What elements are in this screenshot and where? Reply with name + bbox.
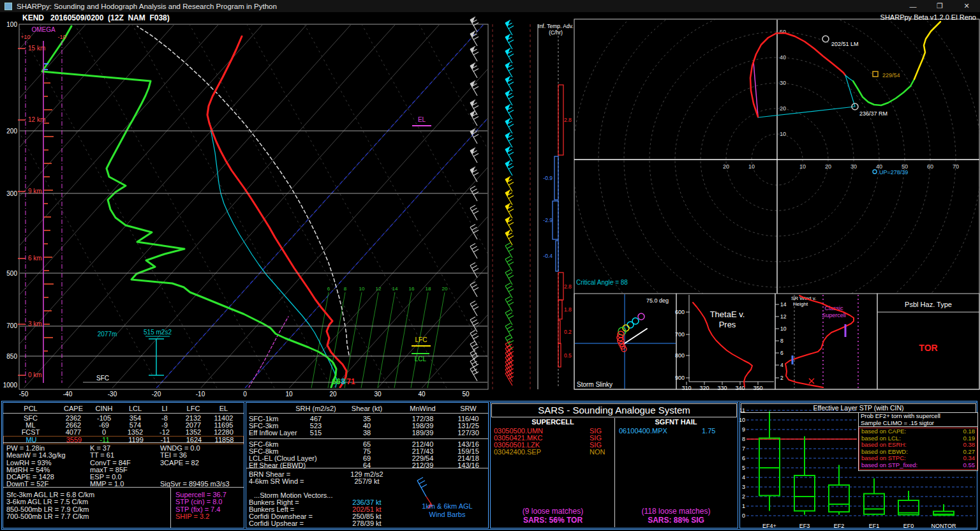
srwind-y-label: 12 [780, 313, 787, 320]
sars-supercell-result: (9 loose matches) SARS: 56% TOR [491, 507, 614, 525]
wind-barb [470, 186, 479, 202]
mixing-ratio-label: 14 [392, 286, 398, 292]
hodo-3-6km-trace [853, 79, 914, 105]
barb-caption-line1: 1km & 6km AGL [406, 502, 489, 511]
thetae-x-label: 310 [681, 385, 691, 391]
wind-barb [470, 341, 479, 357]
srwind-cross [809, 378, 814, 384]
wind-barb [505, 91, 514, 106]
hodograph-ring [752, 134, 803, 185]
prob-label: based on STP_fixed: [861, 462, 949, 469]
km-label: 6 km [28, 255, 42, 262]
temp-axis-label: 50 [462, 391, 470, 398]
temp-axis-label: -40 [63, 391, 73, 398]
minimize-button[interactable]: — [900, 3, 926, 10]
storm-motion-marker[interactable] [822, 36, 829, 42]
wind-barb [470, 282, 479, 297]
isotherm [289, 24, 616, 388]
sounding-title: KEND 20160509/0200 (12Z NAM F038) [22, 13, 170, 22]
thetae-x-label: 350 [753, 385, 762, 391]
wind-barb [470, 148, 479, 163]
sfc-dewpoint-value: 66 [332, 377, 341, 386]
wind-barb [470, 244, 479, 259]
wind-barb [470, 350, 479, 366]
hodo-link [845, 75, 853, 81]
storm-motion-marker[interactable] [852, 103, 858, 110]
slinky-ring [623, 325, 629, 331]
composite-index: SHIP = 3.2 [175, 513, 226, 520]
parcel-row-SFC: SFC2362-105354-8213211402 [3, 415, 244, 422]
thermo-value: TEI = 36 [160, 452, 230, 459]
brn-row: 4-6km SR Wind =257/9 kt [249, 478, 488, 485]
wind-barb [505, 230, 514, 246]
hodo-ring-label: 20 [723, 163, 729, 170]
sars-match-row[interactable]: 03042400.SEPNON [491, 449, 614, 456]
close-button[interactable]: ✕ [953, 2, 980, 10]
temperature-trace [207, 36, 346, 387]
wind-barb [470, 331, 479, 346]
sars-hail-row[interactable]: 06100400.MPX1.75 [615, 428, 737, 435]
barb-pennant [505, 231, 510, 237]
temp-axis-label: -20 [152, 391, 161, 398]
storm-motion-label: 229/54 [882, 72, 900, 79]
hodo-ring-label: 10 [748, 163, 755, 170]
composite-indices: Supercell = 36.7STP (cin) = 8.0STP (fix)… [175, 491, 226, 520]
srwind-y-label: 14 [780, 301, 787, 308]
thermo-indices-section: PW = 1.28inMeanW = 14.3g/kgLowRH = 93%Mi… [3, 442, 244, 488]
parcel-row-FCST: FCST407701352-12135212280 [3, 429, 244, 436]
sars-match-id: 03042400.SEP [494, 449, 590, 456]
prob-ef2-box: Prob EF2+ torn with supercell Sample CLI… [858, 412, 978, 471]
sars-hail-column: SGFNT HAIL 06100400.MPX1.75 (118 loose m… [614, 418, 737, 527]
hodograph-rings [573, 0, 980, 364]
hodograph-traces [750, 22, 940, 117]
sars-panel: SARS - Sounding Analogue System SUPERCEL… [490, 402, 738, 528]
prob-label: based on CAPE: [861, 428, 949, 435]
barb-pennant [470, 168, 475, 174]
thermo-value: MeanW = 14.3g/kg [6, 452, 66, 459]
barb-pennant [470, 18, 475, 24]
temp-axis-label: -50 [19, 391, 29, 398]
km-label: 3 km [28, 320, 42, 327]
lcl-label: LCL [415, 355, 427, 363]
hodo-ring-label: 20 [780, 105, 786, 112]
hodo-ring-label: 40 [876, 163, 882, 170]
wind-barb [505, 346, 514, 361]
omega-title: OMEGA [31, 26, 56, 33]
mixing-ratio-line [345, 292, 362, 388]
slinky-ring [619, 341, 624, 347]
sars-hail-size: 1.75 [702, 428, 740, 435]
isotherm [0, 24, 307, 388]
srwind-y-label: 6 [780, 350, 783, 356]
parcel-header-cell: CAPE [58, 404, 89, 413]
sharppy-window: { "window": {"title": "SHARPpy: Sounding… [0, 0, 980, 531]
wind-barb [470, 31, 479, 47]
barb-pennant [505, 63, 510, 70]
wind-barb [505, 161, 514, 176]
el-label: EL [418, 116, 426, 123]
wind-barb [505, 324, 514, 339]
mixing-ratio-line [328, 292, 345, 388]
dry-adiabat [132, 24, 332, 388]
slinky-ring [632, 318, 639, 324]
sars-hail-result: (118 loose matches) SARS: 88% SIG [615, 507, 737, 525]
wind-barb [505, 243, 514, 258]
sfc-label: SFC [96, 375, 109, 382]
wind-barb [505, 310, 514, 325]
hodo-ring-label: 30 [780, 80, 786, 86]
kin-layer-label: Eff Inflow Layer [249, 430, 293, 437]
kin-srh: 515 [293, 430, 338, 437]
temp-axis-label: 10 [285, 391, 293, 398]
maximize-button[interactable]: ❐ [926, 2, 953, 10]
storm-motion-label: 202/51 LM [831, 41, 859, 47]
critical-angle-label: Critical Angle = 88 [576, 279, 628, 286]
app-icon [4, 3, 12, 10]
slinky-ring [627, 322, 634, 328]
srwind-annot: Classic [824, 305, 843, 311]
sars-hail-pct: SARS: 88% SIG [615, 516, 737, 525]
window-title: SHARPpy: Sounding and Hodograph Analysis… [17, 3, 277, 10]
wind-barb [505, 270, 514, 285]
wind-barb [505, 341, 514, 357]
wind-barb [470, 167, 479, 183]
parcel-lcl: 1352 [119, 429, 151, 436]
dry-adiabat [362, 24, 561, 388]
